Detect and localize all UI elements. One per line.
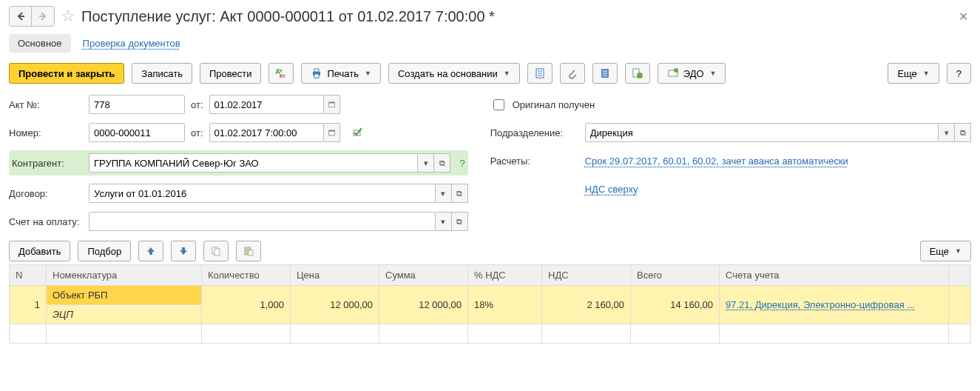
save-button[interactable]: Записать: [132, 63, 192, 84]
invoice-input[interactable]: [89, 212, 436, 231]
pick-button[interactable]: Подбор: [78, 241, 131, 261]
vat-link[interactable]: НДС сверху: [585, 184, 638, 195]
th-vat[interactable]: НДС: [542, 265, 631, 286]
cell-accounts[interactable]: 97.21, Дирекция, Электронно-цифровая ...: [720, 286, 949, 324]
edo-label: ЭДО: [683, 68, 704, 79]
help-button[interactable]: ?: [947, 63, 971, 84]
th-extra: [949, 265, 971, 286]
chevron-down-icon: ▼: [365, 70, 371, 77]
report-button[interactable]: [527, 63, 552, 84]
invoice-open[interactable]: ⧉: [452, 212, 468, 231]
contract-input[interactable]: [89, 184, 436, 203]
forward-button[interactable]: [32, 7, 54, 26]
svg-point-16: [637, 73, 643, 78]
cell-sum[interactable]: 12 000,00: [379, 286, 468, 324]
counterparty-open[interactable]: ⧉: [434, 153, 450, 173]
chevron-down-icon: ▼: [710, 70, 717, 77]
th-qty[interactable]: Количество: [202, 265, 291, 286]
arrow-down-icon: [178, 245, 189, 257]
check-icon[interactable]: [351, 126, 362, 140]
calendar-button-1[interactable]: [324, 95, 340, 114]
edo-icon: [667, 67, 679, 79]
attach-button[interactable]: [560, 63, 585, 84]
th-total[interactable]: Всего: [631, 265, 720, 286]
act-no-label: Акт №:: [9, 99, 83, 110]
contract-open[interactable]: ⧉: [452, 184, 468, 203]
table-row-empty[interactable]: [10, 324, 971, 344]
cell-n[interactable]: 1: [10, 286, 47, 324]
list-button[interactable]: [592, 63, 618, 84]
cell-qty[interactable]: 1,000: [202, 286, 291, 324]
star-icon[interactable]: ☆: [61, 7, 75, 26]
contract-dropdown[interactable]: ▾: [436, 184, 452, 203]
post-button[interactable]: Провести: [200, 63, 262, 84]
cell-vat[interactable]: 2 160,00: [542, 286, 631, 324]
create-based-button[interactable]: Создать на основании ▼: [388, 63, 520, 84]
accounts-link[interactable]: 97.21, Дирекция, Электронно-цифровая ...: [726, 299, 915, 310]
calc-link[interactable]: Срок 29.07.2017, 60.01, 60.02, зачет ава…: [585, 156, 848, 167]
paste-button[interactable]: [236, 241, 261, 261]
open-icon: ⧉: [960, 128, 966, 138]
copy-button[interactable]: [203, 241, 229, 261]
number-date-input[interactable]: [209, 123, 324, 142]
edo-button[interactable]: ЭДО ▼: [658, 63, 726, 84]
original-received-checkbox[interactable]: [493, 99, 504, 110]
arrow-right-icon: [37, 10, 49, 22]
from-label-1: от:: [191, 99, 203, 110]
counterparty-dropdown[interactable]: ▾: [418, 153, 434, 173]
back-button[interactable]: [10, 7, 32, 26]
th-price[interactable]: Цена: [291, 265, 379, 286]
from-label-2: от:: [191, 127, 203, 138]
table-more-button[interactable]: Еще ▼: [920, 241, 971, 261]
th-vatpct[interactable]: % НДС: [468, 265, 542, 286]
cell-sub[interactable]: ЭЦП: [47, 305, 202, 324]
number-input[interactable]: [89, 123, 185, 142]
division-open[interactable]: ⧉: [955, 123, 971, 142]
division-input[interactable]: [585, 123, 939, 142]
division-dropdown[interactable]: ▾: [939, 123, 955, 142]
cell-name[interactable]: Объект РБП: [47, 286, 202, 305]
calendar-icon: [328, 101, 335, 108]
chevron-down-icon: ▼: [923, 70, 930, 77]
add-row-button[interactable]: Добавить: [9, 241, 70, 261]
tab-check-documents[interactable]: Проверка документов: [74, 34, 189, 53]
table-row[interactable]: 1 Объект РБП 1,000 12 000,00 12 000,00 1…: [10, 286, 971, 305]
arrow-up-icon: [145, 245, 157, 257]
th-accounts[interactable]: Счета учета: [720, 265, 949, 286]
move-down-button[interactable]: [171, 241, 196, 261]
chevron-down-icon: ▼: [504, 70, 510, 77]
cell-price[interactable]: 12 000,00: [291, 286, 379, 324]
act-no-input[interactable]: [89, 95, 185, 114]
svg-rect-25: [214, 249, 220, 255]
process-button[interactable]: [625, 63, 650, 84]
move-up-button[interactable]: [138, 241, 163, 261]
more-button[interactable]: Еще ▼: [888, 63, 939, 84]
chevron-down-icon: ▾: [441, 189, 445, 198]
dtkt-button[interactable]: ДтКт: [268, 63, 294, 84]
cell-total[interactable]: 14 160,00: [631, 286, 720, 324]
arrow-left-icon: [15, 10, 27, 22]
th-sum[interactable]: Сумма: [379, 265, 468, 286]
th-name[interactable]: Номенклатура: [47, 265, 202, 286]
svg-point-18: [674, 68, 678, 73]
counterparty-input[interactable]: [89, 153, 418, 173]
cell-vatpct[interactable]: 18%: [468, 286, 542, 324]
invoice-dropdown[interactable]: ▾: [436, 212, 452, 231]
tab-main[interactable]: Основное: [9, 34, 71, 53]
printer-icon: [311, 67, 322, 79]
calendar-icon: [328, 129, 335, 136]
list-icon: [599, 67, 611, 79]
cell-extra: [949, 286, 971, 324]
calendar-button-2[interactable]: [324, 123, 340, 142]
print-button[interactable]: Печать ▼: [301, 63, 381, 84]
calc-label: Расчеты:: [490, 156, 579, 167]
post-and-close-button[interactable]: Провести и закрыть: [9, 63, 124, 84]
items-table: N Номенклатура Количество Цена Сумма % Н…: [9, 264, 971, 344]
page-title: Поступление услуг: Акт 0000-000011 от 01…: [81, 8, 495, 25]
create-based-label: Создать на основании: [398, 68, 498, 79]
close-icon[interactable]: ✕: [956, 10, 971, 24]
th-n[interactable]: N: [10, 265, 47, 286]
act-date-input[interactable]: [209, 95, 324, 114]
division-label: Подразделение:: [490, 127, 579, 138]
counterparty-help-link[interactable]: ?: [459, 158, 464, 169]
